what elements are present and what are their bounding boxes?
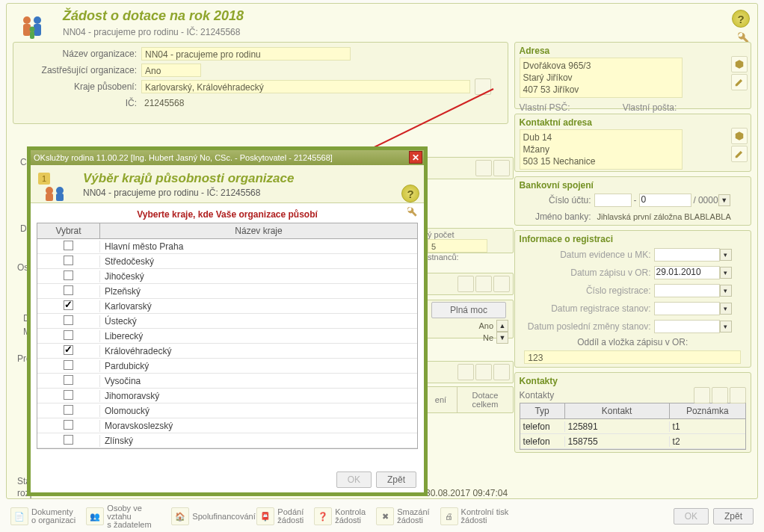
reg-value[interactable]: 29.01.2010	[654, 266, 720, 279]
contact-address-group: Kontaktní adresa Dub 14 Mžany 503 15 Nec…	[514, 114, 751, 172]
wrench-icon[interactable]	[406, 205, 418, 217]
region-row[interactable]: Liberecký	[37, 329, 417, 344]
region-name: Jihočeský	[100, 271, 417, 282]
proj-btn-1[interactable]	[458, 364, 474, 380]
acct-num[interactable]: 0	[639, 194, 691, 207]
scroll-up-icon[interactable]: ▲	[496, 320, 508, 332]
caddress-edit-button[interactable]	[731, 146, 748, 162]
proj-btn-3[interactable]	[493, 364, 510, 380]
toolbar-item[interactable]: 🏠Spolufinancování	[171, 504, 246, 529]
region-checkbox[interactable]	[64, 256, 73, 265]
label-ic: IČ:	[18, 98, 141, 108]
dialog-back-button[interactable]: Zpět	[376, 471, 416, 488]
proj-btn-2[interactable]	[475, 364, 492, 380]
contact-row[interactable]: telefon158755t2	[520, 434, 745, 449]
date-dropdown[interactable]: ▾	[720, 303, 732, 315]
date-dropdown[interactable]: ▾	[720, 285, 732, 297]
footer-ok-button[interactable]: OK	[674, 508, 709, 525]
help-icon[interactable]: ?	[732, 10, 750, 28]
region-checkbox[interactable]	[64, 435, 73, 445]
region-row[interactable]: Moravskoslezský	[37, 418, 417, 433]
region-row[interactable]: Jihočeský	[37, 269, 417, 284]
region-checkbox[interactable]	[64, 330, 73, 340]
svg-point-0	[23, 16, 31, 24]
timestamp: 30.08.2017 09:47:04	[425, 488, 508, 498]
toolbar-item[interactable]: 👥Osoby ve vztahus žadatelem	[86, 504, 161, 529]
toolbar-item[interactable]: ❓Kontrolažádosti	[314, 504, 366, 529]
kh-kontakt: Kontakt	[565, 403, 670, 418]
label-posta: Vlastní pošta:	[623, 102, 677, 113]
registration-title: Informace o registraci	[520, 234, 746, 244]
region-row[interactable]: Jihomoravský	[37, 389, 417, 403]
date-dropdown[interactable]: ▾	[720, 321, 732, 332]
address-open-button[interactable]	[731, 56, 748, 72]
region-row[interactable]: Plzeňský	[37, 284, 417, 299]
dialog-instruction: Vyberte kraje, kde Vaše organizace působ…	[31, 209, 424, 220]
region-checkbox[interactable]	[64, 270, 73, 280]
address-edit-button[interactable]	[731, 74, 748, 90]
region-name: Středočeský	[100, 256, 417, 267]
region-name: Plzeňský	[100, 286, 417, 297]
region-row[interactable]: Královéhradecký	[37, 344, 417, 359]
char-btn-2[interactable]	[493, 160, 510, 176]
region-checkbox[interactable]	[64, 300, 73, 310]
region-row[interactable]: Ústecký	[37, 314, 417, 329]
dialog-titlebar[interactable]: OKslužby rodina 11.00.22 [Ing. Hubert Ja…	[31, 150, 424, 165]
region-row[interactable]: Karlovarský	[37, 299, 417, 314]
region-name: Hlavní město Praha	[100, 241, 417, 252]
help-icon[interactable]: ?	[401, 185, 419, 202]
region-checkbox[interactable]	[64, 420, 73, 430]
contacts-add-button[interactable]	[694, 387, 710, 403]
dialog-ok-button[interactable]: OK	[336, 471, 372, 488]
reg-value[interactable]	[654, 320, 720, 333]
bank-code-dropdown[interactable]: ▼	[718, 194, 730, 206]
dialog-titlebar-text: OKslužby rodina 11.00.22 [Ing. Hubert Ja…	[34, 153, 333, 162]
char-btn-1[interactable]	[475, 160, 492, 176]
oso-btn-1[interactable]	[458, 276, 474, 292]
dialog-subtitle: NN04 - pracujeme pro rodinu - IČ: 212455…	[83, 188, 416, 198]
region-row[interactable]: Vysočina	[37, 374, 417, 389]
scroll-down-icon[interactable]: ▼	[496, 332, 508, 344]
region-name: Vysočina	[100, 376, 417, 386]
region-checkbox[interactable]	[64, 241, 73, 250]
toolbar-item[interactable]: 📄Dokumentyo organizaci	[10, 504, 76, 529]
reg-value[interactable]	[654, 284, 720, 297]
region-grid: Vybrat Název kraje Hlavní město PrahaStř…	[37, 223, 418, 449]
reg-value[interactable]	[654, 248, 720, 262]
region-checkbox[interactable]	[64, 360, 73, 370]
contact-row[interactable]: telefon125891t1	[520, 419, 745, 434]
region-row[interactable]: Pardubický	[37, 359, 417, 374]
date-dropdown[interactable]: ▾	[720, 249, 732, 261]
region-row[interactable]: Hlavní město Praha	[37, 239, 417, 254]
region-name: Královéhradecký	[100, 346, 417, 356]
acct-prefix[interactable]	[594, 194, 632, 207]
toolbar-item[interactable]: 📮Podánížádosti	[256, 504, 304, 529]
val-umbrella: Ano	[141, 64, 201, 77]
toolbar-item[interactable]: ✖Smazánížádosti	[376, 504, 429, 529]
plna-moc-button[interactable]: Plná moc	[431, 302, 506, 318]
region-checkbox[interactable]	[64, 375, 73, 385]
val-oddil: 123	[524, 350, 741, 364]
region-edit-button[interactable]	[475, 78, 491, 95]
footer-back-button[interactable]: Zpět	[713, 508, 754, 525]
oso-btn-3[interactable]	[493, 276, 510, 292]
toolbar-item[interactable]: 🖨Kontrolní tiskžádosti	[440, 504, 509, 529]
region-checkbox[interactable]	[64, 345, 73, 355]
region-row[interactable]: Středočeský	[37, 254, 417, 269]
caddress-open-button[interactable]	[731, 128, 748, 144]
oso-btn-2[interactable]	[475, 276, 492, 292]
val-bankname: Jihlavská první záložna BLABLABLA	[594, 210, 734, 223]
close-icon[interactable]: ✕	[409, 151, 422, 164]
region-checkbox[interactable]	[64, 405, 73, 415]
region-row[interactable]: Zlínský	[37, 433, 417, 448]
reg-value[interactable]	[654, 302, 720, 315]
contacts-edit-button[interactable]	[712, 387, 728, 403]
region-checkbox[interactable]	[64, 390, 73, 400]
region-checkbox[interactable]	[64, 285, 73, 295]
date-dropdown[interactable]: ▾	[720, 267, 732, 279]
region-row[interactable]: Olomoucký	[37, 403, 417, 418]
contacts-delete-button[interactable]	[730, 387, 746, 403]
region-checkbox[interactable]	[64, 315, 73, 325]
col-name: Název kraje	[100, 223, 417, 238]
region-name: Moravskoslezský	[100, 421, 417, 431]
